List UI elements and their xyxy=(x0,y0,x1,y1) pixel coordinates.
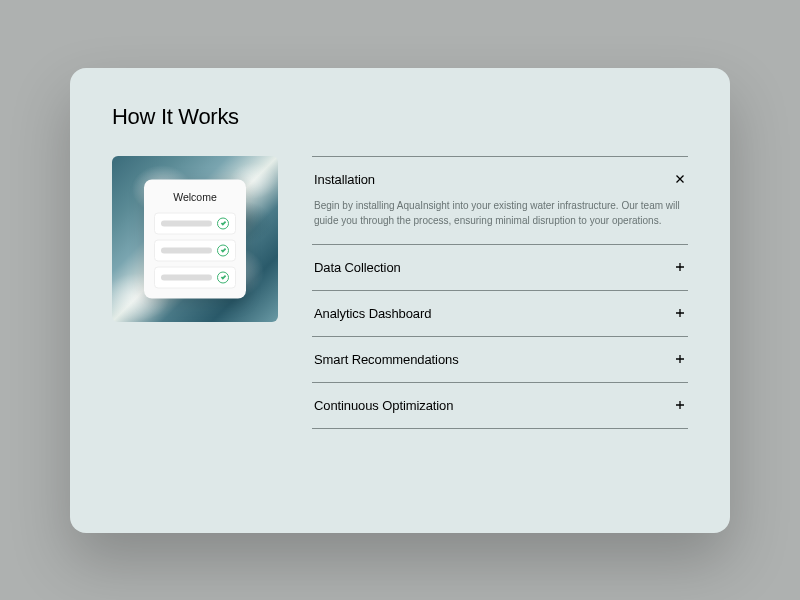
plus-icon xyxy=(674,353,686,365)
accordion-header-recommendations[interactable]: Smart Recommendations xyxy=(312,337,688,382)
accordion-header-optimization[interactable]: Continuous Optimization xyxy=(312,383,688,428)
accordion-label: Continuous Optimization xyxy=(314,398,453,413)
plus-icon xyxy=(674,399,686,411)
plus-icon xyxy=(674,261,686,273)
check-icon xyxy=(217,271,229,283)
accordion-label: Smart Recommendations xyxy=(314,352,459,367)
welcome-card-title: Welcome xyxy=(154,190,236,202)
accordion-body: Begin by installing AquaInsight into you… xyxy=(312,198,688,244)
progress-bar xyxy=(161,274,212,280)
accordion-label: Data Collection xyxy=(314,260,401,275)
section-title: How It Works xyxy=(112,104,688,130)
how-it-works-card: How It Works Welcome xyxy=(70,68,730,533)
accordion-header-installation[interactable]: Installation xyxy=(312,157,688,202)
accordion-label: Installation xyxy=(314,172,375,187)
accordion-label: Analytics Dashboard xyxy=(314,306,431,321)
accordion-header-analytics[interactable]: Analytics Dashboard xyxy=(312,291,688,336)
accordion-item-installation: Installation Begin by installing AquaIns… xyxy=(312,156,688,244)
plus-icon xyxy=(674,307,686,319)
accordion-item-analytics: Analytics Dashboard xyxy=(312,290,688,336)
check-icon xyxy=(217,244,229,256)
content-row: Welcome xyxy=(112,156,688,429)
welcome-checklist-item xyxy=(154,239,236,261)
accordion-item-optimization: Continuous Optimization xyxy=(312,382,688,429)
check-icon xyxy=(217,217,229,229)
welcome-card: Welcome xyxy=(144,179,246,298)
accordion: Installation Begin by installing AquaIns… xyxy=(312,156,688,429)
progress-bar xyxy=(161,220,212,226)
accordion-item-data-collection: Data Collection xyxy=(312,244,688,290)
progress-bar xyxy=(161,247,212,253)
close-icon xyxy=(674,173,686,185)
illustration-image: Welcome xyxy=(112,156,278,322)
welcome-checklist-item xyxy=(154,212,236,234)
accordion-header-data-collection[interactable]: Data Collection xyxy=(312,245,688,290)
accordion-item-recommendations: Smart Recommendations xyxy=(312,336,688,382)
welcome-checklist-item xyxy=(154,266,236,288)
